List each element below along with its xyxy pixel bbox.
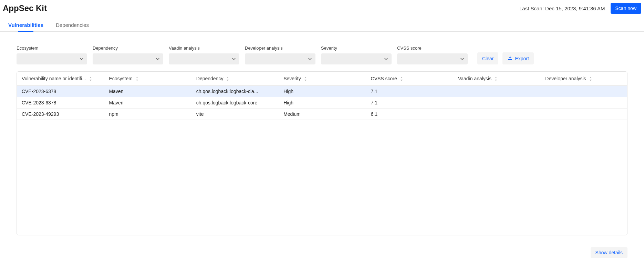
- filter-severity: Severity: [321, 45, 392, 64]
- sort-icon: [494, 77, 498, 81]
- col-header-ecosystem-label: Ecosystem: [109, 76, 132, 81]
- export-button-label: Export: [515, 56, 529, 61]
- filter-ecosystem-select[interactable]: [17, 53, 87, 64]
- filter-cvss-score-label: CVSS score: [397, 45, 468, 52]
- filters-row: Ecosystem Dependency Vaadin analysis: [17, 45, 627, 64]
- col-header-cvss-label: CVSS score: [371, 76, 397, 81]
- sort-icon: [589, 77, 592, 81]
- clear-button[interactable]: Clear: [477, 52, 498, 64]
- cell-dev: [540, 97, 627, 109]
- filter-dependency: Dependency: [93, 45, 163, 64]
- col-header-dependency-label: Dependency: [196, 76, 224, 81]
- sort-icon: [400, 77, 403, 81]
- cell-vuln-id: CVE-2023-6378: [17, 97, 104, 109]
- filter-actions: Clear Export: [477, 52, 534, 64]
- download-icon: [507, 55, 513, 62]
- cell-vuln-id: CVE-2023-49293: [17, 109, 104, 120]
- sort-icon: [135, 77, 139, 81]
- vulnerabilities-table: Vulnerability name or identifi... Ecosys…: [17, 71, 627, 235]
- cell-dependency: vite: [191, 109, 279, 120]
- chevron-down-icon: [80, 57, 84, 61]
- page-title: AppSec Kit: [3, 3, 47, 13]
- col-header-severity-label: Severity: [283, 76, 301, 81]
- header-right: Last Scan: Dec 15, 2023, 9:41:36 AM Scan…: [519, 3, 641, 14]
- chevron-down-icon: [232, 57, 236, 61]
- export-button[interactable]: Export: [502, 52, 533, 64]
- last-scan-text: Last Scan: Dec 15, 2023, 9:41:36 AM: [519, 6, 605, 11]
- filter-ecosystem-label: Ecosystem: [17, 45, 87, 52]
- footer: Show details: [0, 241, 644, 258]
- cell-ecosystem: Maven: [104, 86, 191, 97]
- filter-cvss-score-select[interactable]: [397, 53, 468, 64]
- table-empty-space: [17, 120, 627, 235]
- filter-vaadin-analysis: Vaadin analysis: [169, 45, 239, 64]
- table-row[interactable]: CVE-2023-6378 Maven ch.qos.logback:logba…: [17, 97, 627, 109]
- cell-cvss: 7.1: [366, 86, 453, 97]
- filter-dependency-select[interactable]: [93, 53, 163, 64]
- cell-vaadin: [453, 97, 540, 109]
- filter-developer-analysis-label: Developer analysis: [245, 45, 315, 52]
- tabs: Vulnerabilities Dependencies: [0, 17, 644, 32]
- col-header-developer-analysis[interactable]: Developer analysis: [540, 72, 627, 86]
- col-header-vaadin-analysis-label: Vaadin analysis: [458, 76, 491, 81]
- filter-severity-label: Severity: [321, 45, 392, 52]
- cell-vaadin: [453, 109, 540, 120]
- cell-dependency: ch.qos.logback:logback-cla...: [191, 86, 279, 97]
- tab-vulnerabilities[interactable]: Vulnerabilities: [7, 19, 45, 31]
- chevron-down-icon: [460, 57, 464, 61]
- sort-icon: [226, 77, 229, 81]
- filter-vaadin-analysis-select[interactable]: [169, 53, 239, 64]
- cell-severity: High: [279, 86, 366, 97]
- filter-vaadin-analysis-label: Vaadin analysis: [169, 45, 239, 52]
- filter-ecosystem: Ecosystem: [17, 45, 87, 64]
- cell-vaadin: [453, 86, 540, 97]
- col-header-dependency[interactable]: Dependency: [191, 72, 279, 86]
- chevron-down-icon: [384, 57, 388, 61]
- cell-ecosystem: npm: [104, 109, 191, 120]
- scan-now-button[interactable]: Scan now: [611, 3, 641, 14]
- table-row[interactable]: CVE-2023-6378 Maven ch.qos.logback:logba…: [17, 86, 627, 97]
- sort-icon: [89, 77, 92, 81]
- header: AppSec Kit Last Scan: Dec 15, 2023, 9:41…: [0, 0, 644, 17]
- filter-severity-select[interactable]: [321, 53, 392, 64]
- filter-developer-analysis: Developer analysis: [245, 45, 315, 64]
- content: Ecosystem Dependency Vaadin analysis: [0, 32, 644, 241]
- col-header-vuln-name-label: Vulnerability name or identifi...: [22, 76, 86, 81]
- col-header-severity[interactable]: Severity: [279, 72, 366, 86]
- sort-icon: [304, 77, 307, 81]
- col-header-vaadin-analysis[interactable]: Vaadin analysis: [453, 72, 540, 86]
- col-header-vuln-name[interactable]: Vulnerability name or identifi...: [17, 72, 104, 86]
- tab-dependencies[interactable]: Dependencies: [54, 19, 90, 31]
- filter-cvss-score: CVSS score: [397, 45, 468, 64]
- col-header-ecosystem[interactable]: Ecosystem: [104, 72, 191, 86]
- filter-dependency-label: Dependency: [93, 45, 163, 52]
- filter-developer-analysis-select[interactable]: [245, 53, 315, 64]
- cell-cvss: 6.1: [366, 109, 453, 120]
- cell-dev: [540, 86, 627, 97]
- cell-cvss: 7.1: [366, 97, 453, 109]
- cell-severity: High: [279, 97, 366, 109]
- cell-dev: [540, 109, 627, 120]
- show-details-button[interactable]: Show details: [591, 247, 627, 258]
- chevron-down-icon: [156, 57, 160, 61]
- cell-ecosystem: Maven: [104, 97, 191, 109]
- col-header-cvss[interactable]: CVSS score: [366, 72, 453, 86]
- chevron-down-icon: [308, 57, 312, 61]
- cell-dependency: ch.qos.logback:logback-core: [191, 97, 279, 109]
- table-row[interactable]: CVE-2023-49293 npm vite Medium 6.1: [17, 109, 627, 120]
- cell-vuln-id: CVE-2023-6378: [17, 86, 104, 97]
- col-header-developer-analysis-label: Developer analysis: [545, 76, 586, 81]
- cell-severity: Medium: [279, 109, 366, 120]
